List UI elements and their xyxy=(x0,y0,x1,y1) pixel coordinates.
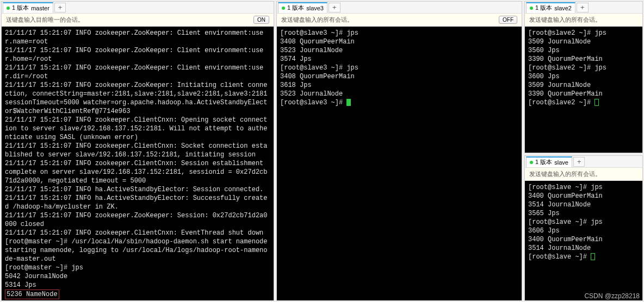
terminal-prompt-line: [root@slave2 ~]# xyxy=(528,98,639,107)
terminal-line: 21/11/17 15:21:07 INFO zookeeper.ClientC… xyxy=(5,142,270,159)
terminal-line: 21/11/17 15:21:07 INFO ha.ActiveStandbyE… xyxy=(5,194,270,211)
tab-add-button[interactable]: + xyxy=(54,3,66,12)
tab-slave[interactable]: 1 版本slave xyxy=(526,156,572,167)
terminal-line: 3523 JournalNode xyxy=(280,90,518,98)
tab-prefix: 1 版本 xyxy=(535,4,552,12)
terminal-line: 21/11/17 15:21:07 INFO zookeeper.ZooKeep… xyxy=(5,29,270,46)
terminal-line: 3514 JournalNode xyxy=(528,200,639,209)
toggle-button[interactable]: OFF xyxy=(499,16,517,24)
terminal-line: 3509 JournalNode xyxy=(528,37,639,46)
terminal-line: [root@slave2 ~]# jps xyxy=(528,29,639,37)
info-text: 发送键盘输入的所有会话。 xyxy=(529,170,601,178)
terminal-line: 3565 Jps xyxy=(528,209,639,218)
terminal-line: 21/11/17 15:21:07 INFO zookeeper.ZooKeep… xyxy=(5,81,270,116)
terminal-line: 3560 Jps xyxy=(528,46,639,55)
terminal-line: 3400 QuorumPeerMain xyxy=(528,235,639,244)
terminal-slave[interactable]: [root@slave ~]# jps3400 QuorumPeerMain35… xyxy=(525,181,642,300)
tab-prefix: 1 版本 xyxy=(287,4,304,12)
terminal-line: 5314 Jps xyxy=(5,281,270,290)
terminal-line: 3390 QuorumPeerMain xyxy=(528,90,639,98)
terminal-line: 3390 QuorumPeerMain xyxy=(528,55,639,64)
terminal-line: starting namenode, logging to /usr/local… xyxy=(5,246,270,263)
tab-host: slave3 xyxy=(306,5,324,11)
tab-prefix: 1 版本 xyxy=(535,158,552,166)
terminal-line: 3408 QuorumPeerMain xyxy=(280,72,518,81)
pane-slave: 1 版本slave + 发送键盘输入的所有会话。 [root@slave ~]#… xyxy=(524,155,643,301)
terminal-line: [root@master ~]# jps xyxy=(5,263,270,272)
info-text: 发送键盘输入的所有会话。 xyxy=(281,16,353,24)
cursor-icon xyxy=(595,99,599,106)
terminal-line: 3618 Jps xyxy=(280,81,518,90)
terminal-line-highlighted: 5236 NameNode xyxy=(5,290,270,299)
info-bar-master: 送键盘输入目前唯一的会话。 ON xyxy=(2,14,274,27)
terminal-line: 3523 JournalNode xyxy=(280,46,518,55)
tab-prefix: 1 版本 xyxy=(12,4,29,12)
terminal-line: 3574 Jps xyxy=(280,55,518,64)
tab-host: slave2 xyxy=(554,5,572,11)
tabbar-master: 1 版本master + xyxy=(2,2,274,14)
cursor-icon xyxy=(591,253,595,260)
terminal-line: 21/11/17 15:21:07 INFO zookeeper.ZooKeep… xyxy=(5,64,270,81)
pane-slave3: 1 版本slave3 + 发送键盘输入的所有会话。 OFF [root@slav… xyxy=(276,1,522,301)
terminal-line: 3514 JournalNode xyxy=(528,244,639,253)
terminal-line: 5042 JournalNode xyxy=(5,272,270,281)
tabbar-slave3: 1 版本slave3 + xyxy=(277,2,522,14)
tabbar-slave: 1 版本slave + xyxy=(525,156,642,168)
tab-add-button[interactable]: + xyxy=(329,3,340,12)
terminal-slave3[interactable]: [root@slave3 ~]# jps3408 QuorumPeerMain3… xyxy=(277,27,522,300)
status-dot-icon xyxy=(282,7,285,10)
terminal-line: 21/11/17 15:21:07 INFO ha.ActiveStandbyE… xyxy=(5,185,270,194)
status-dot-icon xyxy=(530,7,533,10)
pane-slave2: 1 版本slave2 + 发送键盘输入的所有会话。 [root@slave2 ~… xyxy=(524,1,643,153)
terminal-line: 4909 QuorumPeerMain xyxy=(5,299,270,300)
terminal-line: 21/11/17 15:21:07 INFO zookeeper.ClientC… xyxy=(5,229,270,237)
pane-master: 1 版本master + 送键盘输入目前唯一的会话。 ON 21/11/17 1… xyxy=(1,1,274,301)
info-bar-slave: 发送键盘输入的所有会话。 xyxy=(525,168,642,181)
status-dot-icon xyxy=(530,161,533,164)
terminal-line: [root@slave ~]# jps xyxy=(528,218,639,226)
cursor-icon xyxy=(346,99,351,106)
tab-host: slave xyxy=(554,159,568,166)
terminal-prompt-line: [root@slave ~]# xyxy=(528,253,639,261)
info-bar-slave2: 发送键盘输入的所有会话。 xyxy=(525,14,642,27)
tabbar-slave2: 1 版本slave2 + xyxy=(525,2,642,14)
tab-add-button[interactable]: + xyxy=(577,3,589,12)
terminal-line: 3600 Jps xyxy=(528,72,639,81)
terminal-line: [root@master ~]# /usr/local/Ha/sbin/hado… xyxy=(5,237,270,246)
terminal-line: [root@slave2 ~]# jps xyxy=(528,64,639,72)
tab-slave3[interactable]: 1 版本slave3 xyxy=(278,2,327,13)
tab-slave2[interactable]: 1 版本slave2 xyxy=(526,2,575,13)
terminal-line: [root@slave3 ~]# jps xyxy=(280,64,518,72)
terminal-line: 21/11/17 15:21:07 INFO zookeeper.ClientC… xyxy=(5,116,270,142)
tab-host: master xyxy=(31,5,49,11)
toggle-button[interactable]: ON xyxy=(253,16,269,24)
status-dot-icon xyxy=(7,7,10,10)
terminal-line: 21/11/17 15:21:07 INFO zookeeper.ZooKeep… xyxy=(5,211,270,229)
terminal-line: 3400 QuorumPeerMain xyxy=(528,192,639,200)
terminal-line: [root@slave ~]# jps xyxy=(528,183,639,192)
terminal-line: [root@slave3 ~]# jps xyxy=(280,29,518,37)
info-text: 送键盘输入目前唯一的会话。 xyxy=(6,16,84,24)
tab-master[interactable]: 1 版本master xyxy=(3,2,53,13)
terminal-line: 21/11/17 15:21:07 INFO zookeeper.ClientC… xyxy=(5,159,270,185)
terminal-master[interactable]: 21/11/17 15:21:07 INFO zookeeper.ZooKeep… xyxy=(2,27,274,300)
terminal-line: 3606 Jps xyxy=(528,226,639,235)
terminal-line: 3509 JournalNode xyxy=(528,81,639,90)
tab-add-button[interactable]: + xyxy=(573,157,585,167)
terminal-prompt-line: [root@slave3 ~]# xyxy=(280,98,518,107)
terminal-line: 21/11/17 15:21:07 INFO zookeeper.ZooKeep… xyxy=(5,46,270,64)
info-bar-slave3: 发送键盘输入的所有会话。 OFF xyxy=(277,14,522,27)
info-text: 发送键盘输入的所有会话。 xyxy=(529,16,601,24)
terminal-line: 3408 QuorumPeerMain xyxy=(280,37,518,46)
terminal-slave2[interactable]: [root@slave2 ~]# jps3509 JournalNode3560… xyxy=(525,27,642,153)
